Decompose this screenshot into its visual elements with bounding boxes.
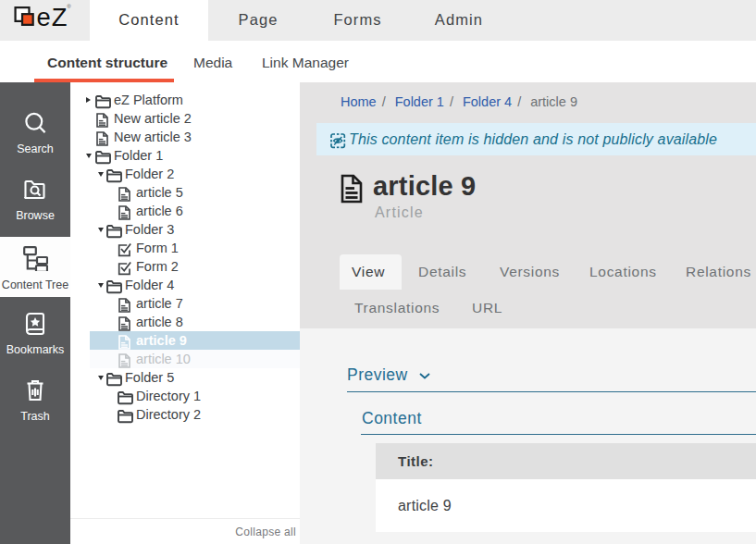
svg-text:eZ: eZ [37,3,68,31]
svg-text:®: ® [67,4,71,9]
